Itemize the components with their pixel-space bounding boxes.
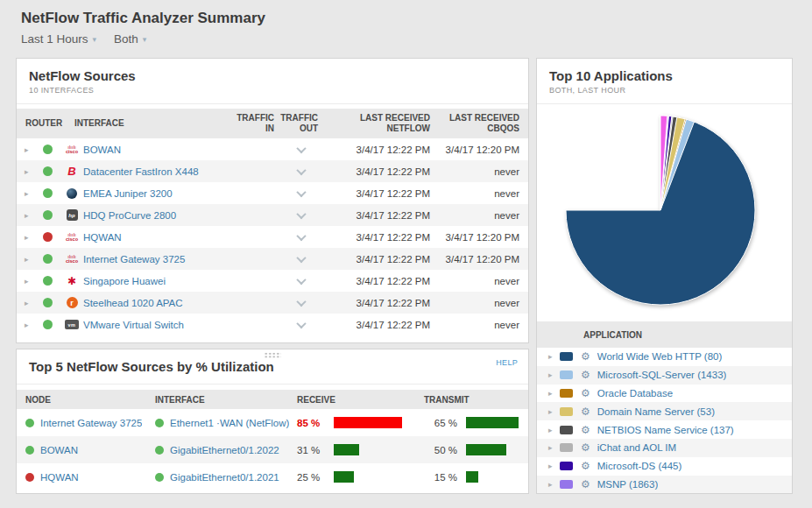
- gear-icon: ⚙: [581, 406, 590, 417]
- caret-right-icon[interactable]: ▸: [537, 462, 551, 470]
- help-link[interactable]: HELP: [496, 358, 518, 367]
- last-received-cbqos-value: 3/4/17 12:20 PM: [430, 232, 528, 243]
- netflow-sources-title: NetFlow Sources: [29, 68, 516, 83]
- column-last-received-cbqos[interactable]: LAST RECEIVED CBQOS: [430, 113, 528, 135]
- last-received-cbqos-value: never: [430, 276, 528, 286]
- caret-right-icon[interactable]: ▸: [17, 277, 34, 286]
- interface-link[interactable]: HQWAN: [83, 232, 230, 243]
- list-item: ▸⚙Microsoft-DS (445): [537, 457, 792, 476]
- application-link[interactable]: iChat and AOL IM: [597, 442, 676, 453]
- direction-dropdown[interactable]: Both ▾: [114, 32, 146, 46]
- gear-icon: ⚙: [581, 479, 590, 490]
- caret-right-icon[interactable]: ▸: [17, 167, 34, 176]
- chevron-down-icon[interactable]: [296, 187, 306, 196]
- application-link[interactable]: NETBIOS Name Service (137): [597, 425, 734, 435]
- list-item: ▸⚙Microsoft-SQL-Server (1433): [537, 366, 792, 385]
- caret-right-icon[interactable]: ▸: [17, 233, 34, 242]
- table-row: Internet Gateway 3725Ethernet1 ·WAN (Net…: [17, 409, 528, 436]
- chevron-down-icon[interactable]: [296, 318, 306, 328]
- gear-icon: ⚙: [581, 351, 590, 362]
- caret-right-icon[interactable]: ▸: [17, 299, 34, 307]
- caret-right-icon[interactable]: ▸: [537, 443, 551, 452]
- interface-link[interactable]: Datacenter FastIron X448: [83, 166, 230, 177]
- interface-link[interactable]: GigabitEthernet0/1.2021: [170, 472, 279, 483]
- last-received-cbqos-value: never: [430, 320, 528, 330]
- chevron-down-icon[interactable]: [296, 208, 306, 218]
- drag-handle-icon[interactable]: [265, 352, 281, 359]
- caret-right-icon[interactable]: ▸: [537, 426, 551, 434]
- column-interface[interactable]: INTERFACE: [155, 395, 297, 405]
- application-link[interactable]: World Wide Web HTTP (80): [597, 351, 723, 362]
- column-interface[interactable]: INTERFACE: [74, 118, 230, 130]
- column-last-received-netflow[interactable]: LAST RECEIVED NETFLOW: [318, 113, 430, 135]
- application-link[interactable]: Oracle Database: [597, 388, 673, 399]
- last-received-cbqos-value: never: [430, 166, 528, 177]
- chevron-down-icon[interactable]: [296, 165, 306, 174]
- list-item: ▸⚙iChat and AOL IM: [537, 439, 792, 457]
- caret-right-icon[interactable]: ▸: [537, 389, 551, 398]
- last-received-cbqos-value: never: [430, 298, 528, 308]
- netflow-sources-rows: ▸ılıılıciscoBOWAN3/4/17 12:22 PM3/4/17 1…: [17, 138, 528, 335]
- caret-down-icon: ▾: [93, 35, 97, 44]
- column-traffic-out[interactable]: TRAFFIC OUT: [274, 113, 318, 135]
- netflow-sources-column-headers: ROUTER INTERFACE TRAFFIC IN TRAFFIC OUT …: [17, 109, 528, 138]
- status-up-icon: [155, 473, 164, 482]
- application-link[interactable]: Domain Name Server (53): [597, 406, 715, 417]
- application-link[interactable]: Microsoft-DS (445): [597, 461, 682, 471]
- receive-percent: 31 %: [297, 445, 334, 455]
- interface-link[interactable]: Internet Gateway 3725: [83, 254, 230, 265]
- node-link[interactable]: Internet Gateway 3725: [40, 418, 142, 428]
- interface-link[interactable]: VMware Virtual Switch: [83, 320, 230, 330]
- caret-right-icon[interactable]: ▸: [537, 480, 551, 489]
- top5-rows: Internet Gateway 3725Ethernet1 ·WAN (Net…: [17, 409, 528, 490]
- status-up-icon: [43, 254, 53, 264]
- last-received-netflow-value: 3/4/17 12:22 PM: [318, 276, 430, 286]
- chevron-down-icon[interactable]: [296, 230, 306, 240]
- caret-right-icon[interactable]: ▸: [17, 321, 34, 329]
- list-item: ▸⚙World Wide Web HTTP (80): [537, 348, 792, 366]
- time-range-dropdown[interactable]: Last 1 Hours ▾: [21, 32, 96, 46]
- application-link[interactable]: MSNP (1863): [597, 479, 658, 490]
- caret-right-icon[interactable]: ▸: [537, 352, 551, 361]
- caret-right-icon[interactable]: ▸: [17, 255, 34, 264]
- node-link[interactable]: BOWAN: [40, 445, 78, 455]
- interface-link[interactable]: HDQ ProCurve 2800: [83, 210, 230, 221]
- column-application[interactable]: APPLICATION: [583, 330, 642, 340]
- top5-column-headers: NODE INTERFACE RECEIVE TRANSMIT: [17, 390, 528, 409]
- chevron-down-icon[interactable]: [296, 143, 306, 152]
- table-row: ▸rSteelhead 1020 APAC3/4/17 12:22 PMneve…: [17, 292, 528, 314]
- last-received-cbqos-value: 3/4/17 12:20 PM: [430, 254, 528, 265]
- interface-link[interactable]: Singapore Huawei: [83, 276, 230, 286]
- caret-right-icon[interactable]: ▸: [537, 370, 551, 379]
- chevron-down-icon[interactable]: [296, 296, 306, 306]
- column-node[interactable]: NODE: [17, 395, 155, 405]
- time-range-label: Last 1 Hours: [21, 32, 88, 46]
- brocade-logo-icon: B: [67, 165, 75, 178]
- node-link[interactable]: HQWAN: [40, 472, 79, 483]
- chevron-down-icon[interactable]: [296, 274, 306, 284]
- last-received-cbqos-value: 3/4/17 12:20 PM: [430, 145, 528, 155]
- status-up-icon: [25, 419, 34, 427]
- cisco-logo-icon: ılıılıcisco: [66, 255, 78, 263]
- caret-right-icon[interactable]: ▸: [17, 189, 34, 198]
- interface-link[interactable]: Steelhead 1020 APAC: [83, 298, 230, 308]
- last-received-netflow-value: 3/4/17 12:22 PM: [318, 166, 430, 177]
- column-receive[interactable]: RECEIVE: [297, 395, 424, 405]
- interface-link[interactable]: GigabitEthernet0/1.2022: [170, 445, 279, 455]
- transmit-percent: 65 %: [424, 418, 457, 428]
- application-link[interactable]: Microsoft-SQL-Server (1433): [597, 370, 727, 380]
- column-traffic-in[interactable]: TRAFFIC IN: [230, 113, 274, 135]
- interface-link[interactable]: Ethernet1 ·WAN (NetFlow): [170, 418, 289, 428]
- caret-right-icon[interactable]: ▸: [17, 145, 34, 154]
- application-color-swatch: [560, 352, 573, 361]
- column-router[interactable]: ROUTER: [17, 118, 74, 130]
- transmit-percent: 50 %: [424, 445, 457, 455]
- chevron-down-icon[interactable]: [296, 252, 306, 262]
- last-received-cbqos-value: never: [430, 188, 528, 199]
- caret-right-icon[interactable]: ▸: [537, 407, 551, 416]
- column-transmit[interactable]: TRANSMIT: [424, 395, 528, 405]
- interface-link[interactable]: EMEA Juniper 3200: [83, 188, 230, 199]
- interface-link[interactable]: BOWAN: [83, 145, 230, 155]
- netflow-sources-subtitle: 10 INTERFACES: [29, 86, 516, 95]
- caret-right-icon[interactable]: ▸: [17, 211, 34, 220]
